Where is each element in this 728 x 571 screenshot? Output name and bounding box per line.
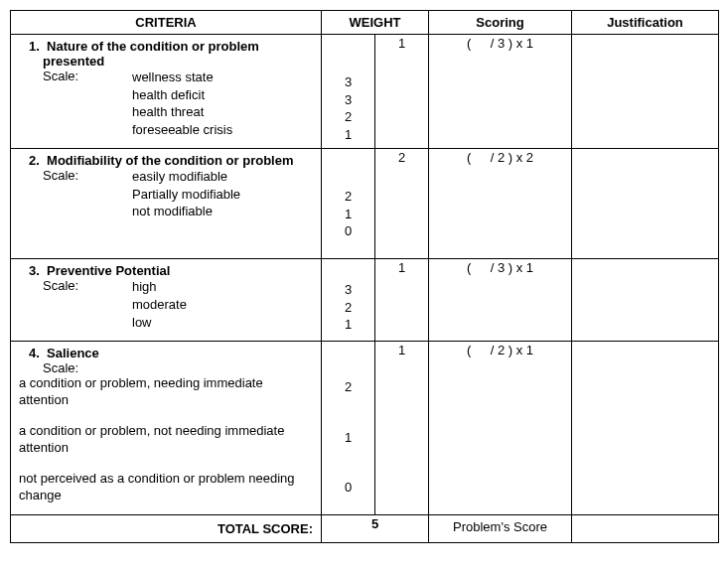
salience-line: not perceived as a condition or problem … <box>19 471 313 504</box>
scale-item: foreseeable crisis <box>132 121 313 139</box>
justification-cell <box>572 515 719 543</box>
weight-values: 2 1 0 <box>322 342 375 515</box>
header-weight: WEIGHT <box>322 11 429 35</box>
scale-label: Scale: <box>29 168 132 220</box>
scale-label: Scale: <box>29 278 132 331</box>
criteria-table: CRITERIA WEIGHT Scoring Justification 1.… <box>10 10 719 543</box>
scale-item: Partially modifiable <box>132 186 313 204</box>
salience-line: a condition or problem, needing immediat… <box>19 375 313 409</box>
table-row: 3. Preventive Potential Scale: highmoder… <box>11 259 719 342</box>
scale-label: Scale: <box>19 360 313 375</box>
weight-values: 210 <box>322 149 375 259</box>
table-row: 2. Modifiability of the condition or pro… <box>11 149 719 259</box>
total-value: 5 <box>322 515 429 543</box>
header-criteria: CRITERIA <box>11 11 322 35</box>
scale-item: not modifiable <box>132 203 313 220</box>
justification-cell <box>572 35 719 149</box>
scale-label: Scale: <box>29 69 132 138</box>
total-row: TOTAL SCORE: 5 Problem's Score <box>11 515 719 543</box>
table-row: 1. Nature of the condition or problem pr… <box>11 35 719 149</box>
table-row: 4. Salience Scale: a condition or proble… <box>11 342 719 515</box>
criteria-title: 2. Modifiability of the condition or pro… <box>29 153 313 168</box>
multiplier: 2 <box>375 149 429 259</box>
scoring-cell: ( / 2 ) x 1 <box>429 342 572 515</box>
criteria-cell: 3. Preventive Potential Scale: highmoder… <box>11 259 322 342</box>
criteria-cell: 1. Nature of the condition or problem pr… <box>11 35 322 149</box>
problem-score: Problem's Score <box>429 515 572 543</box>
justification-cell <box>572 342 719 515</box>
justification-cell <box>572 149 719 259</box>
total-label: TOTAL SCORE: <box>11 515 322 543</box>
criteria-cell: 2. Modifiability of the condition or pro… <box>11 149 322 259</box>
salience-line: a condition or problem, not needing imme… <box>19 423 313 457</box>
scale-item: high <box>132 278 313 296</box>
header-row: CRITERIA WEIGHT Scoring Justification <box>11 11 719 35</box>
scoring-cell: ( / 3 ) x 1 <box>429 35 572 149</box>
scoring-cell: ( / 2 ) x 2 <box>429 149 572 259</box>
scale-item: easily modifiable <box>132 168 313 186</box>
scale-item: health deficit <box>132 86 313 104</box>
multiplier: 1 <box>375 259 429 342</box>
scale-item: wellness state <box>132 69 313 86</box>
header-scoring: Scoring <box>429 11 572 35</box>
justification-cell <box>572 259 719 342</box>
multiplier: 1 <box>375 35 429 149</box>
weight-values: 3321 <box>322 35 375 149</box>
criteria-cell: 4. Salience Scale: a condition or proble… <box>11 342 322 515</box>
criteria-title: 4. Salience <box>19 346 313 360</box>
scale-item: health threat <box>132 103 313 121</box>
criteria-title: 1. Nature of the condition or problem pr… <box>29 39 313 69</box>
scale-item: moderate <box>132 296 313 314</box>
weight-values: 321 <box>322 259 375 342</box>
scale-item: low <box>132 314 313 332</box>
criteria-title: 3. Preventive Potential <box>29 263 313 278</box>
scoring-cell: ( / 3 ) x 1 <box>429 259 572 342</box>
header-justification: Justification <box>572 11 719 35</box>
multiplier: 1 <box>375 342 429 515</box>
